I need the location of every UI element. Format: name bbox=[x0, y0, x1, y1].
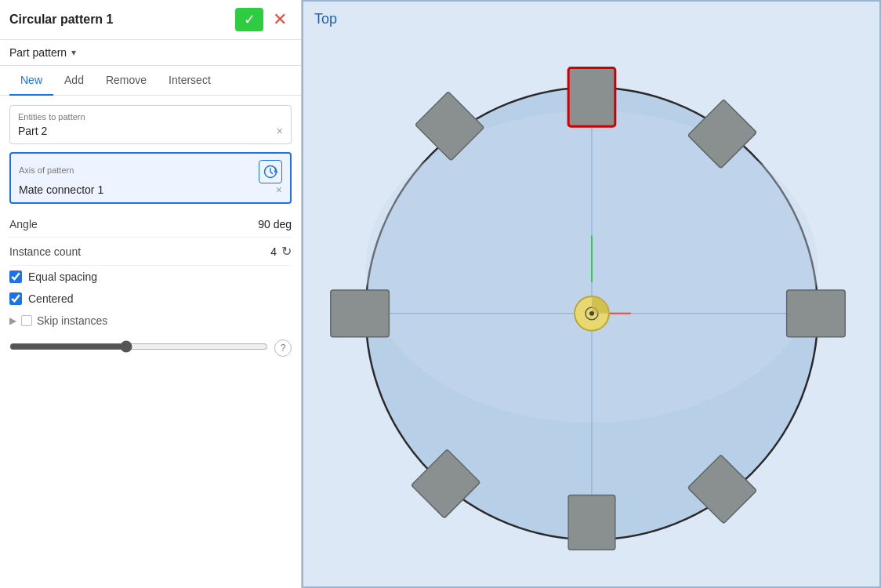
refresh-icon[interactable]: ↻ bbox=[281, 244, 292, 259]
axis-field-group: Axis of pattern Mate connector 1 × bbox=[9, 152, 292, 204]
tabs-row: New Add Remove Intersect bbox=[0, 66, 301, 96]
equal-spacing-checkbox[interactable] bbox=[9, 270, 22, 283]
opacity-slider[interactable] bbox=[9, 340, 268, 353]
instance-count-number: 4 bbox=[270, 245, 277, 258]
tab-add[interactable]: Add bbox=[53, 66, 95, 96]
accept-button[interactable]: ✓ bbox=[235, 8, 263, 31]
entities-clear-icon[interactable]: × bbox=[277, 125, 283, 137]
svg-rect-11 bbox=[568, 68, 615, 127]
skip-checkbox[interactable] bbox=[21, 315, 32, 326]
panel-body: Entities to pattern Part 2 × Axis of pat… bbox=[0, 96, 301, 588]
skip-arrow-icon[interactable]: ▶ bbox=[9, 315, 16, 326]
equal-spacing-label: Equal spacing bbox=[28, 270, 97, 283]
panel-title: Circular pattern 1 bbox=[9, 13, 113, 27]
entities-label: Entities to pattern bbox=[18, 112, 283, 122]
dropdown-arrow-icon: ▾ bbox=[71, 47, 76, 58]
tab-new[interactable]: New bbox=[9, 66, 53, 96]
centered-checkbox[interactable] bbox=[9, 292, 22, 305]
axis-clear-icon[interactable]: × bbox=[276, 183, 282, 196]
entities-value: Part 2 bbox=[18, 125, 47, 137]
angle-value: 90 deg bbox=[258, 218, 292, 230]
left-panel: Circular pattern 1 ✓ ✕ Part pattern ▾ Ne… bbox=[0, 0, 302, 588]
svg-point-10 bbox=[589, 311, 594, 316]
instance-count-row: Instance count 4 ↻ bbox=[9, 238, 292, 266]
svg-rect-15 bbox=[331, 290, 390, 337]
axis-value-row: Mate connector 1 × bbox=[19, 183, 282, 196]
tab-intersect[interactable]: Intersect bbox=[158, 66, 222, 96]
instance-count-label: Instance count bbox=[9, 245, 81, 258]
svg-rect-13 bbox=[787, 290, 846, 337]
equal-spacing-row: Equal spacing bbox=[9, 266, 292, 288]
axis-header-row: Axis of pattern bbox=[19, 160, 282, 183]
right-panel: Top bbox=[302, 0, 881, 588]
viewport-label: Top bbox=[314, 11, 337, 27]
entities-value-row: Part 2 × bbox=[18, 125, 283, 137]
skip-row: ▶ Skip instances bbox=[9, 310, 292, 332]
panel-header: Circular pattern 1 ✓ ✕ bbox=[0, 0, 301, 40]
reject-button[interactable]: ✕ bbox=[268, 8, 292, 31]
dropdown-row: Part pattern ▾ bbox=[0, 40, 301, 66]
entities-field-group: Entities to pattern Part 2 × bbox=[9, 105, 292, 144]
tab-remove[interactable]: Remove bbox=[95, 66, 158, 96]
help-icon[interactable]: ? bbox=[274, 339, 292, 357]
axis-clock-icon[interactable] bbox=[259, 160, 282, 183]
centered-row: Centered bbox=[9, 288, 292, 310]
axis-value: Mate connector 1 bbox=[19, 183, 103, 196]
slider-container bbox=[9, 340, 268, 356]
part-pattern-dropdown[interactable]: Part pattern bbox=[9, 46, 67, 59]
skip-label: Skip instances bbox=[37, 314, 107, 327]
svg-rect-18 bbox=[568, 495, 615, 550]
centered-label: Centered bbox=[28, 292, 74, 305]
angle-label: Angle bbox=[9, 218, 38, 230]
axis-label: Axis of pattern bbox=[19, 165, 74, 175]
viewport-svg bbox=[303, 2, 879, 586]
slider-row: ? bbox=[9, 332, 292, 360]
instance-count-value: 4 ↻ bbox=[270, 244, 292, 259]
angle-row: Angle 90 deg bbox=[9, 212, 292, 238]
header-buttons: ✓ ✕ bbox=[235, 8, 292, 31]
